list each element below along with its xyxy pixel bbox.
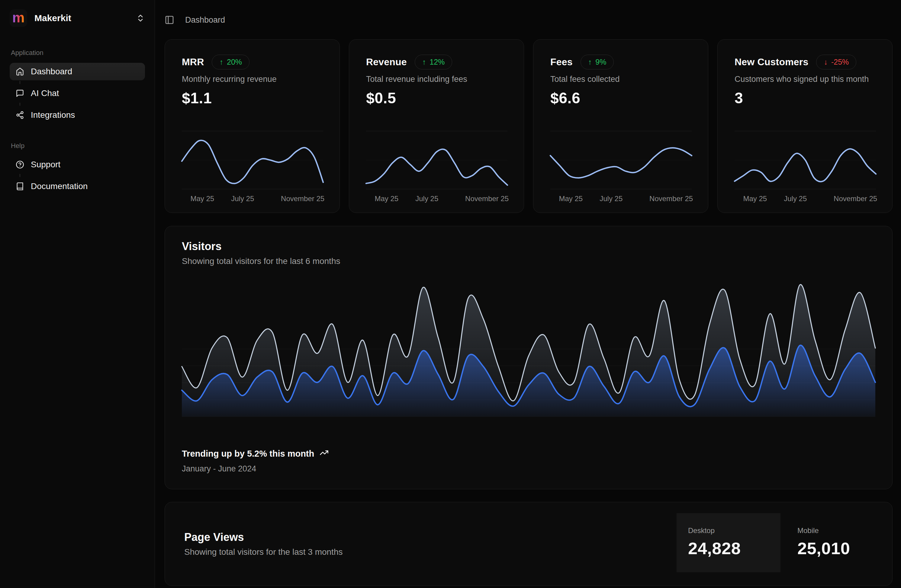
breadcrumb: Dashboard <box>185 16 225 25</box>
x-tick: November 25 <box>649 195 693 203</box>
x-tick: November 25 <box>834 195 877 203</box>
stat-card-revenue: Revenue ↑12% Total revenue including fee… <box>349 39 524 213</box>
stat-card-mrr: MRR ↑20% Monthly recurring revenue $1.1 … <box>165 39 340 213</box>
nav-section-label: Application <box>10 49 145 57</box>
sidebar-toggle-icon[interactable] <box>165 15 174 25</box>
page-views-header: Page Views Showing total visitors for th… <box>165 531 343 557</box>
trend-text: Trending up by 5.2% this month <box>182 449 314 459</box>
stat-value: $0.5 <box>366 89 507 107</box>
x-tick: May 25 <box>375 195 399 203</box>
trend-badge: ↑20% <box>212 55 249 69</box>
help-circle-icon <box>16 161 24 169</box>
sidebar-item-documentation[interactable]: Documentation <box>10 178 145 195</box>
sparkline-x-axis: May 25 July 25 November 25 <box>734 195 876 205</box>
stat-value: $6.6 <box>550 89 692 107</box>
sidebar: m Makerkit Application Dashboard AI Chat <box>0 0 155 588</box>
x-tick: July 25 <box>231 195 254 203</box>
stat-value: 24,828 <box>688 538 769 558</box>
page-views-card: Page Views Showing total visitors for th… <box>165 502 893 586</box>
stat-value: 25,010 <box>797 538 861 558</box>
stat-title: MRR <box>182 56 204 68</box>
x-tick: November 25 <box>281 195 324 203</box>
arrow-up-icon: ↑ <box>219 58 223 66</box>
sidebar-item-label: Integrations <box>31 110 75 120</box>
share-icon <box>16 111 24 119</box>
trending-up-icon <box>320 448 329 459</box>
trend-badge: ↑9% <box>580 55 614 69</box>
chevrons-up-down-icon <box>136 14 145 23</box>
visitors-area-chart <box>182 285 875 417</box>
chat-icon <box>16 89 24 98</box>
stat-card-new-customers: New Customers ↓-25% Customers who signed… <box>717 39 893 213</box>
sidebar-item-support[interactable]: Support <box>10 156 145 173</box>
mobile-stat-button[interactable]: Mobile 25,010 <box>786 513 872 572</box>
stat-label: Mobile <box>797 526 861 535</box>
visitors-card: Visitors Showing total visitors for the … <box>165 226 893 489</box>
stat-cards-row: MRR ↑20% Monthly recurring revenue $1.1 … <box>165 39 893 213</box>
stat-card-fees: Fees ↑9% Total fees collected $6.6 May 2… <box>533 39 708 213</box>
arrow-up-icon: ↑ <box>422 58 426 66</box>
main-content: Dashboard MRR ↑20% Monthly recurring rev… <box>155 0 901 588</box>
date-range: January - June 2024 <box>182 464 875 474</box>
x-tick: July 25 <box>415 195 438 203</box>
desktop-stat-button[interactable]: Desktop 24,828 <box>677 513 781 572</box>
sidebar-item-label: AI Chat <box>31 89 59 98</box>
x-tick: May 25 <box>190 195 214 203</box>
nav-connector <box>10 102 145 106</box>
sidebar-item-integrations[interactable]: Integrations <box>10 106 145 124</box>
visitors-title: Visitors <box>182 240 875 253</box>
x-tick: November 25 <box>465 195 509 203</box>
nav-section-help: Help Support Documentation <box>10 142 145 195</box>
x-tick: July 25 <box>784 195 807 203</box>
arrow-down-icon: ↓ <box>824 58 828 66</box>
new-customers-sparkline-chart: May 25 July 25 November 25 <box>734 131 876 213</box>
visitors-footer: Trending up by 5.2% this month January -… <box>182 448 875 474</box>
revenue-sparkline-chart: May 25 July 25 November 25 <box>366 131 507 213</box>
book-icon <box>16 182 24 190</box>
nav-section-label: Help <box>10 142 145 150</box>
brand-name: Makerkit <box>34 13 71 23</box>
mrr-sparkline-chart: May 25 July 25 November 25 <box>182 131 323 213</box>
x-tick: May 25 <box>559 195 583 203</box>
stat-title: New Customers <box>734 56 808 68</box>
makerkit-logo: m <box>10 9 27 27</box>
page-views-stats: Desktop 24,828 Mobile 25,010 <box>677 513 872 572</box>
page-views-title: Page Views <box>184 531 343 544</box>
fees-sparkline-chart: May 25 July 25 November 25 <box>550 131 692 213</box>
home-icon <box>16 67 24 76</box>
nav-connector <box>10 173 145 178</box>
sparkline-x-axis: May 25 July 25 November 25 <box>550 195 692 205</box>
nav-section-application: Application Dashboard AI Chat Integratio… <box>10 49 145 124</box>
trend-badge: ↑12% <box>415 55 452 69</box>
page-views-subtitle: Showing total visitors for the last 3 mo… <box>184 547 343 557</box>
sidebar-item-ai-chat[interactable]: AI Chat <box>10 84 145 102</box>
sparkline-x-axis: May 25 July 25 November 25 <box>366 195 507 205</box>
sidebar-item-label: Dashboard <box>31 67 72 76</box>
sidebar-item-label: Support <box>31 160 61 169</box>
sparkline-x-axis: May 25 July 25 November 25 <box>182 195 323 205</box>
stat-subtitle: Customers who signed up this month <box>734 75 876 84</box>
stat-subtitle: Total fees collected <box>550 75 692 84</box>
stat-subtitle: Monthly recurring revenue <box>182 75 323 84</box>
topbar: Dashboard <box>165 13 893 27</box>
sidebar-item-dashboard[interactable]: Dashboard <box>10 63 145 80</box>
nav-connector <box>10 80 145 84</box>
arrow-up-icon: ↑ <box>588 58 592 66</box>
logo-letter: m <box>12 11 25 25</box>
stat-label: Desktop <box>688 526 769 535</box>
x-tick: July 25 <box>600 195 622 203</box>
stat-value: $1.1 <box>182 89 323 107</box>
visitors-subtitle: Showing total visitors for the last 6 mo… <box>182 256 875 266</box>
workspace-selector[interactable]: m Makerkit <box>10 8 145 28</box>
sidebar-item-label: Documentation <box>31 181 87 191</box>
stat-subtitle: Total revenue including fees <box>366 75 507 84</box>
stat-value: 3 <box>734 89 876 107</box>
stat-title: Revenue <box>366 56 407 68</box>
x-tick: May 25 <box>744 195 767 203</box>
stat-title: Fees <box>550 56 573 68</box>
trend-badge: ↓-25% <box>816 55 856 69</box>
